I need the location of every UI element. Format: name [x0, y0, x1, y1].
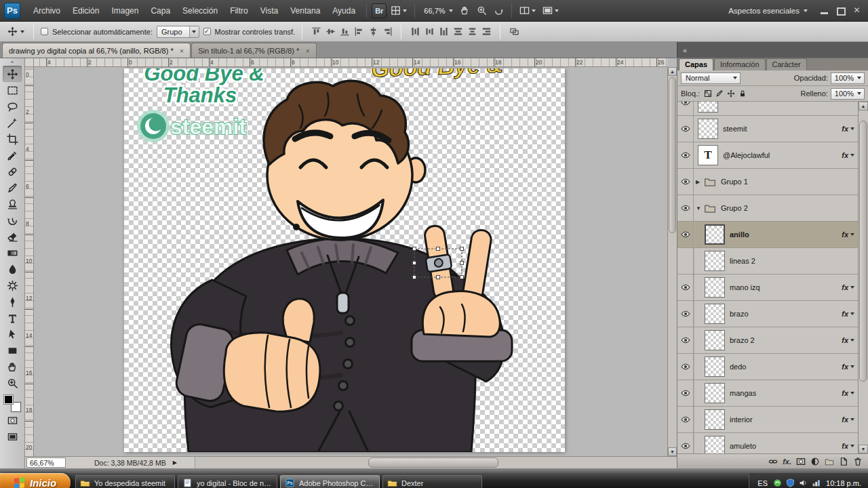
menu-item-1[interactable]: Edición: [66, 3, 105, 18]
zoom-level-field[interactable]: 66,7%: [420, 3, 455, 18]
fill-field[interactable]: 100%: [831, 88, 865, 100]
dist-bottom-button[interactable]: [437, 25, 450, 39]
menu-item-0[interactable]: Archivo: [27, 3, 66, 18]
auto-align-button[interactable]: [507, 25, 521, 39]
layer-thumbnail[interactable]: [698, 102, 718, 113]
hand-tool-button[interactable]: [457, 3, 473, 18]
eyedropper-tool[interactable]: [3, 147, 22, 163]
dist-right-button[interactable]: [479, 25, 493, 39]
layer-style-button[interactable]: fx.: [783, 458, 791, 466]
pen-tool[interactable]: [3, 293, 22, 310]
collapse-group-icon[interactable]: ▼: [696, 205, 704, 211]
menu-item-3[interactable]: Capa: [144, 3, 176, 18]
layer-row[interactable]: ▼Grupo 2: [677, 195, 858, 222]
layer-row[interactable]: brazofx: [677, 301, 858, 327]
mask-button[interactable]: [796, 457, 806, 466]
taskbar-item[interactable]: PsAdobe Photoshop CS...: [280, 475, 380, 488]
new-layer-button[interactable]: [839, 457, 848, 466]
trash-button[interactable]: [853, 457, 863, 466]
layer-visibility-toggle[interactable]: [677, 433, 694, 453]
layer-row[interactable]: lineas 2: [677, 248, 858, 274]
layer-visibility-toggle[interactable]: [677, 222, 694, 247]
layer-row[interactable]: anillofx: [677, 222, 858, 248]
layer-fx-badge[interactable]: fx: [842, 415, 854, 424]
layer-fx-badge[interactable]: fx: [842, 230, 854, 239]
layer-visibility-toggle[interactable]: [677, 248, 694, 274]
blur-tool[interactable]: [3, 261, 22, 277]
layer-visibility-toggle[interactable]: [677, 327, 694, 353]
autoselect-checkbox[interactable]: [41, 28, 48, 35]
layer-visibility-toggle[interactable]: [677, 195, 694, 221]
tab-close-icon[interactable]: ×: [180, 47, 184, 55]
menu-item-8[interactable]: Ayuda: [326, 3, 361, 18]
tool-preset-picker[interactable]: [5, 26, 26, 37]
scroll-down-icon[interactable]: ▼: [668, 447, 677, 456]
align-bottom-button[interactable]: [338, 25, 351, 39]
panel-tab-capas[interactable]: Capas: [679, 58, 713, 70]
view-extras-button[interactable]: [388, 3, 410, 18]
clock[interactable]: 10:18 p.m.: [826, 479, 861, 487]
shape-tool[interactable]: [3, 342, 22, 359]
doc-tab[interactable]: drawing yo digital copia al 66,7% (anill…: [2, 43, 191, 58]
viewport[interactable]: Good Bye & Good Bye & Thanks s: [34, 67, 667, 456]
dist-center-button[interactable]: [465, 25, 479, 39]
menu-item-4[interactable]: Selección: [176, 3, 224, 18]
layer-row[interactable]: mano izqfx: [677, 274, 858, 301]
layer-thumbnail[interactable]: T: [698, 145, 718, 165]
layer-thumbnail[interactable]: [698, 119, 718, 139]
layer-thumbnail[interactable]: [705, 357, 725, 377]
workspace-switcher[interactable]: Aspectos esenciales: [728, 7, 818, 15]
blend-mode-select[interactable]: Normal: [681, 73, 741, 84]
bridge-button[interactable]: Br: [372, 3, 387, 18]
menu-item-5[interactable]: Filtro: [224, 3, 254, 18]
screen-mode-toggle[interactable]: [3, 428, 22, 445]
type-tool[interactable]: [3, 310, 22, 326]
move-tool[interactable]: [3, 66, 22, 82]
layer-thumbnail[interactable]: [705, 251, 725, 271]
vertical-scrollbar[interactable]: ▲ ▼: [667, 67, 677, 456]
lock-transparency-button[interactable]: [703, 88, 713, 99]
network-tray-icon[interactable]: [812, 479, 821, 487]
layer-fx-badge[interactable]: fx: [842, 310, 854, 318]
scroll-up-icon[interactable]: ▲: [668, 67, 677, 76]
taskbar-item[interactable]: yo digital - Bloc de no...: [178, 475, 277, 488]
lock-all-button[interactable]: [737, 88, 748, 99]
autoselect-dropdown[interactable]: Grupo: [157, 26, 199, 38]
restore-button[interactable]: [836, 7, 845, 14]
layer-row[interactable]: [677, 102, 858, 116]
layer-visibility-toggle[interactable]: [677, 169, 694, 195]
layer-row[interactable]: ▶Grupo 1: [677, 169, 858, 195]
layer-row[interactable]: mangasfx: [677, 380, 858, 407]
arrange-documents-button[interactable]: [517, 3, 538, 18]
layer-fx-badge[interactable]: fx: [842, 283, 854, 291]
expand-group-icon[interactable]: ▶: [696, 179, 704, 185]
path-select-tool[interactable]: [3, 326, 22, 342]
taskbar-item[interactable]: Yo despedida steemit: [75, 475, 175, 488]
marquee-tool[interactable]: [3, 82, 22, 98]
layer-thumbnail[interactable]: [705, 409, 725, 430]
screen-mode-button[interactable]: [540, 3, 561, 18]
lock-position-button[interactable]: [726, 88, 736, 99]
layers-scrollbar[interactable]: ▲ ▼: [858, 102, 868, 453]
layers-scroll-down-icon[interactable]: ▼: [859, 445, 868, 453]
panel-tab-información[interactable]: Información: [714, 58, 765, 70]
document-canvas[interactable]: Good Bye & Good Bye & Thanks s: [124, 68, 565, 452]
layer-thumbnail[interactable]: [705, 383, 725, 403]
status-popup-arrow-icon[interactable]: ▶: [173, 460, 177, 466]
menu-item-6[interactable]: Vista: [254, 3, 284, 18]
align-middle-button[interactable]: [323, 25, 337, 39]
align-right-button[interactable]: [380, 25, 394, 39]
vertical-scroll-track[interactable]: [668, 76, 677, 447]
gradient-tool[interactable]: [3, 245, 22, 261]
layer-fx-badge[interactable]: fx: [842, 151, 854, 159]
layer-row[interactable]: dedofx: [677, 354, 858, 380]
folder-button[interactable]: [825, 457, 834, 466]
layer-thumbnail[interactable]: [705, 277, 725, 298]
healing-tool[interactable]: [3, 163, 22, 180]
history-brush-tool[interactable]: [3, 212, 22, 228]
horizontal-scroll-thumb[interactable]: [368, 458, 498, 468]
opacity-field[interactable]: 100%: [831, 73, 865, 84]
vertical-scroll-thumb[interactable]: [669, 77, 676, 233]
hand-tool[interactable]: [3, 359, 22, 375]
layer-fx-badge[interactable]: fx: [842, 442, 854, 450]
